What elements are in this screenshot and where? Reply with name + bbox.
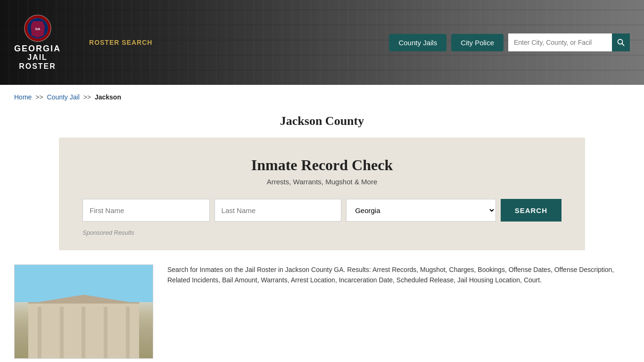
state-select[interactable]: Georgia Alabama Florida Tennessee	[346, 199, 496, 222]
page-title: Jackson County	[0, 114, 644, 128]
sponsored-results-label: Sponsored Results	[83, 229, 561, 236]
first-name-input[interactable]	[83, 199, 210, 222]
roster-search-nav[interactable]: ROSTER SEARCH	[89, 39, 152, 46]
inmate-record-section: Inmate Record Check Arrests, Warrants, M…	[59, 138, 585, 250]
bottom-section: Search for Inmates on the Jail Roster in…	[14, 264, 630, 359]
svg-line-6	[622, 44, 625, 46]
column-5	[126, 307, 130, 358]
header-content: GA GEORGIA JAIL ROSTER ROSTER SEARCH Cou…	[0, 0, 644, 85]
inmate-record-title: Inmate Record Check	[83, 156, 561, 174]
logo-georgia-text: GEORGIA	[14, 44, 61, 53]
inmate-search-button[interactable]: SEARCH	[501, 199, 561, 222]
county-jails-button[interactable]: County Jails	[389, 34, 446, 51]
georgia-seal-icon: GA	[24, 14, 52, 42]
site-header: GA GEORGIA JAIL ROSTER ROSTER SEARCH Cou…	[0, 0, 644, 85]
city-police-button[interactable]: City Police	[451, 34, 504, 51]
header-search-input[interactable]	[508, 33, 612, 51]
breadcrumb-home[interactable]: Home	[14, 93, 32, 101]
column-3	[82, 307, 85, 358]
header-search-button[interactable]	[612, 33, 630, 51]
search-icon	[617, 39, 625, 46]
column-1	[38, 307, 41, 358]
building-columns	[28, 307, 139, 358]
header-search-bar	[508, 33, 630, 51]
breadcrumb-current: Jackson	[95, 93, 121, 101]
inmate-search-form: Georgia Alabama Florida Tennessee SEARCH	[83, 199, 561, 222]
header-nav-right: County Jails City Police	[389, 33, 630, 51]
courthouse-image	[14, 264, 153, 359]
column-2	[60, 307, 64, 358]
svg-point-5	[618, 40, 623, 44]
logo-area[interactable]: GA GEORGIA JAIL ROSTER	[14, 14, 61, 71]
bottom-description: Search for Inmates on the Jail Roster in…	[167, 264, 630, 286]
breadcrumb-county-jail[interactable]: County Jail	[47, 93, 80, 101]
breadcrumb: Home >> County Jail >> Jackson	[0, 85, 644, 109]
logo-jail-text: JAIL	[27, 53, 48, 62]
breadcrumb-sep2: >>	[83, 93, 91, 101]
logo-roster-text: ROSTER	[19, 62, 56, 71]
last-name-input[interactable]	[215, 199, 342, 222]
inmate-record-subtitle: Arrests, Warrants, Mugshot & More	[83, 178, 561, 186]
breadcrumb-sep1: >>	[35, 93, 43, 101]
svg-text:GA: GA	[35, 27, 40, 31]
column-4	[104, 307, 107, 358]
